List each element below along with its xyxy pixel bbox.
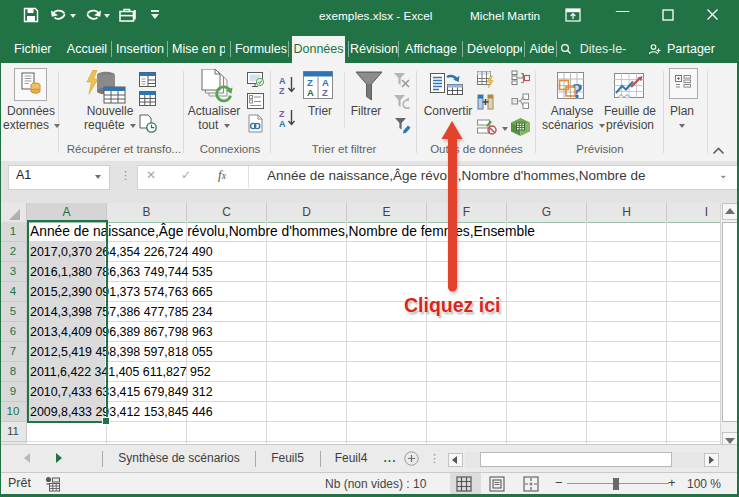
svg-text:A: A	[279, 76, 286, 86]
svg-text:A: A	[307, 87, 314, 98]
svg-text:Z: Z	[279, 109, 285, 119]
svg-text:A: A	[279, 119, 286, 129]
svg-text:?: ?	[572, 78, 583, 103]
svg-text:Z: Z	[322, 87, 328, 98]
svg-text:Z: Z	[279, 86, 285, 96]
